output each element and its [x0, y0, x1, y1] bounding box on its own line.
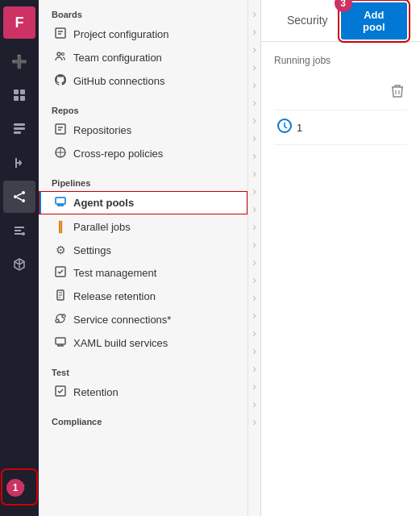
chevron-icon: ›	[252, 150, 256, 161]
settings-menu-icon: ⚙	[54, 243, 67, 256]
add-pool-button[interactable]: Add pool 3	[341, 2, 407, 40]
release-retention-icon	[54, 289, 67, 303]
tab-security[interactable]: Security	[274, 2, 341, 40]
svg-point-10	[22, 232, 25, 235]
chevron-icon: ›	[252, 345, 256, 356]
svg-point-12	[57, 52, 60, 56]
settings-label: Settings	[73, 244, 235, 256]
sidebar-item-agent-pools[interactable]: Agent pools	[39, 191, 247, 214]
chevron-divider: › › › › › › › › › › › › › › › › › › › › …	[248, 0, 261, 516]
svg-rect-21	[56, 338, 65, 344]
sidebar-item-test-management[interactable]: Test management	[39, 261, 247, 285]
team-config-icon	[54, 51, 67, 64]
svg-rect-14	[56, 124, 65, 134]
sidebar-item-repositories[interactable]: Repositories	[39, 119, 247, 142]
repositories-label: Repositories	[73, 124, 235, 136]
project-config-label: Project configuration	[73, 28, 235, 40]
svg-point-7	[14, 195, 17, 198]
chevron-icon: ›	[252, 327, 256, 339]
chevron-icon: ›	[252, 26, 256, 37]
svg-point-13	[62, 53, 64, 56]
chevron-icon: ›	[252, 239, 256, 250]
svg-rect-5	[14, 127, 25, 130]
settings-bottom-icon[interactable]: ⚙ 1	[3, 471, 35, 503]
plus-nav-icon[interactable]: ➕	[3, 45, 35, 77]
svg-rect-3	[20, 96, 25, 101]
count-badge: 1	[277, 119, 302, 136]
retention-icon	[54, 385, 67, 399]
sidebar-section-boards: Boards Project configuration Team config…	[39, 0, 247, 96]
agent-pools-icon	[54, 196, 67, 210]
svg-rect-2	[14, 96, 19, 101]
chevron-icon: ›	[252, 185, 256, 197]
compliance-section-label: Compliance	[39, 417, 247, 430]
sidebar-item-team-config[interactable]: Team configuration	[39, 46, 247, 69]
sidebar-item-settings[interactable]: ⚙ Settings	[39, 239, 247, 261]
chevron-icon: ›	[252, 416, 256, 427]
sidebar-item-retention[interactable]: Retention	[39, 381, 247, 404]
sidebar-item-github[interactable]: GitHub connections	[39, 69, 247, 93]
chevron-icon: ›	[252, 256, 256, 268]
retention-label: Retention	[73, 386, 235, 398]
agent-pools-label: Agent pools	[73, 197, 235, 209]
chevron-icon: ›	[252, 61, 256, 73]
pipelines-nav-icon[interactable]	[3, 181, 35, 213]
svg-rect-16	[56, 198, 65, 204]
main-content: Security Add pool 3 Running jobs	[261, 0, 420, 516]
sidebar-item-parallel-jobs[interactable]: ∥ Parallel jobs	[39, 214, 247, 239]
parallel-jobs-label: Parallel jobs	[73, 221, 235, 233]
chevron-icon: ›	[252, 398, 256, 410]
test-management-label: Test management	[73, 267, 235, 279]
chevron-icon: ›	[252, 97, 256, 108]
icon-bar-bottom: ⚙ 1	[3, 471, 35, 510]
parallel-jobs-icon: ∥	[54, 219, 67, 234]
repos-nav-icon[interactable]	[3, 147, 35, 179]
sidebar-section-pipelines: Pipelines Agent pools ∥ Parallel jobs ⚙ …	[39, 169, 247, 358]
running-jobs-label: Running jobs	[274, 55, 407, 66]
sidebar-section-repos: Repos Repositories Cross-repo policies	[39, 96, 247, 169]
pool-row	[274, 76, 407, 110]
sidebar-item-release-retention[interactable]: Release retention	[39, 285, 247, 308]
boards-section-label: Boards	[39, 10, 247, 23]
chevron-icon: ›	[252, 381, 256, 392]
chevron-icon: ›	[252, 114, 256, 126]
sidebar-item-xaml-build[interactable]: XAML build services	[39, 331, 247, 355]
sidebar-item-service-connections[interactable]: Service connections*	[39, 308, 247, 331]
xaml-build-icon	[54, 336, 67, 350]
svg-point-9	[22, 199, 25, 202]
github-label: GitHub connections	[73, 75, 235, 87]
svg-rect-11	[56, 28, 65, 38]
main-body: Running jobs 1	[261, 42, 420, 516]
brand-icon[interactable]: F	[3, 6, 35, 39]
pipelines-section-label: Pipelines	[39, 178, 247, 191]
boards-nav-icon[interactable]	[3, 113, 35, 145]
svg-rect-1	[20, 89, 25, 94]
service-connections-icon	[54, 313, 67, 327]
chevron-icon: ›	[252, 168, 256, 179]
testplans-nav-icon[interactable]	[3, 214, 35, 247]
chevron-icon: ›	[252, 310, 256, 321]
svg-rect-0	[14, 89, 19, 94]
chevron-icon: ›	[252, 79, 256, 90]
release-retention-label: Release retention	[73, 290, 235, 302]
cross-repo-icon	[54, 147, 67, 160]
test-management-icon	[54, 266, 67, 280]
chevron-icon: ›	[252, 292, 256, 303]
delete-icon[interactable]	[391, 84, 404, 102]
sidebar-item-cross-repo[interactable]: Cross-repo policies	[39, 142, 247, 165]
svg-point-20	[56, 319, 59, 322]
artifacts-nav-icon[interactable]	[3, 248, 35, 281]
github-icon	[54, 74, 67, 88]
count-icon	[277, 119, 292, 136]
test-section-label: Test	[39, 368, 247, 381]
sidebar-item-project-config[interactable]: Project configuration	[39, 23, 247, 46]
project-config-icon	[54, 27, 67, 41]
icon-bar-top: F ➕	[3, 6, 35, 471]
sidebar-section-compliance: Compliance	[39, 407, 247, 433]
home-nav-icon[interactable]	[3, 79, 35, 111]
sidebar-section-test: Test Retention	[39, 358, 247, 407]
count-value: 1	[297, 122, 302, 134]
svg-point-8	[22, 191, 25, 194]
chevron-icon: ›	[252, 221, 256, 232]
icon-bar: F ➕	[0, 0, 39, 516]
